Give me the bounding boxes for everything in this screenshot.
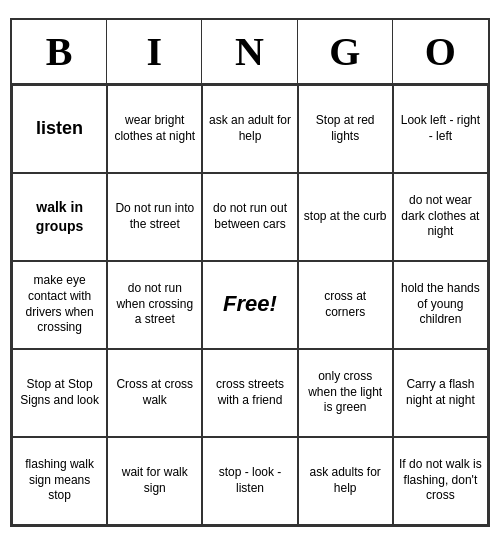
bingo-cell: hold the hands of young children [393,261,488,349]
header-letter: N [202,20,297,83]
bingo-cell: Stop at red lights [298,85,393,173]
bingo-cell: do not run out between cars [202,173,297,261]
bingo-cell: make eye contact with drivers when cross… [12,261,107,349]
header-letter: I [107,20,202,83]
bingo-cell: Do not run into the street [107,173,202,261]
header-letter: O [393,20,488,83]
bingo-cell: listen [12,85,107,173]
bingo-cell: flashing walk sign means stop [12,437,107,525]
bingo-cell: ask adults for help [298,437,393,525]
header-letter: B [12,20,107,83]
bingo-cell: wear bright clothes at night [107,85,202,173]
bingo-cell: cross streets with a friend [202,349,297,437]
bingo-cell: walk in groups [12,173,107,261]
bingo-cell: Cross at cross walk [107,349,202,437]
bingo-cell: wait for walk sign [107,437,202,525]
bingo-cell: do not wear dark clothes at night [393,173,488,261]
bingo-cell: cross at corners [298,261,393,349]
bingo-cell: stop at the curb [298,173,393,261]
bingo-cell: Free! [202,261,297,349]
bingo-cell: do not run when crossing a street [107,261,202,349]
bingo-cell: only cross when the light is green [298,349,393,437]
bingo-cell: If do not walk is flashing, don't cross [393,437,488,525]
bingo-cell: Carry a flash night at night [393,349,488,437]
header-letter: G [298,20,393,83]
bingo-cell: stop - look - listen [202,437,297,525]
bingo-card: BINGO listenwear bright clothes at night… [10,18,490,527]
bingo-grid: listenwear bright clothes at nightask an… [12,85,488,525]
bingo-cell: ask an adult for help [202,85,297,173]
bingo-cell: Stop at Stop Signs and look [12,349,107,437]
bingo-cell: Look left - right - left [393,85,488,173]
bingo-header: BINGO [12,20,488,85]
